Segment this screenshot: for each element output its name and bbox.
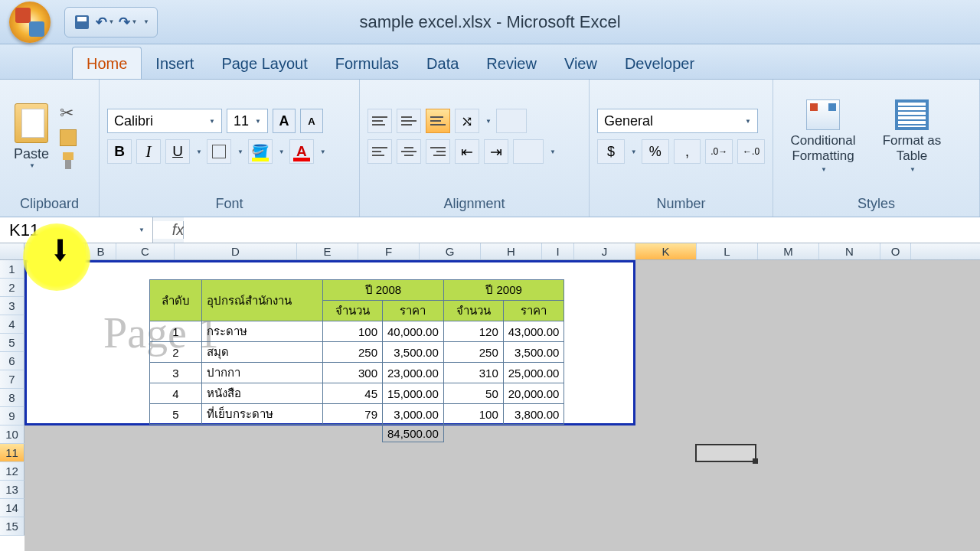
worksheet-grid[interactable]: ABCDEFGHIJKLMNO 123456789101112131415 Pa…	[0, 243, 980, 551]
underline-button[interactable]: U	[165, 139, 190, 164]
format-as-table-icon	[895, 99, 929, 130]
tab-home[interactable]: Home	[72, 47, 142, 79]
ribbon-tabs: HomeInsertPage LayoutFormulasDataReviewV…	[0, 44, 980, 80]
borders-button[interactable]	[207, 139, 231, 164]
percent-button[interactable]: %	[642, 139, 669, 164]
format-painter-button[interactable]	[60, 152, 77, 169]
table-row: 3ปากกา30023,000.0031025,000.00	[150, 363, 564, 383]
number-format-combo[interactable]: General▼	[597, 109, 758, 133]
fx-button[interactable]: fx	[153, 221, 184, 239]
row-header-6[interactable]: 6	[0, 352, 24, 370]
col-header-C[interactable]: C	[116, 243, 175, 259]
col-header-G[interactable]: G	[420, 243, 481, 259]
row-header-9[interactable]: 9	[0, 407, 24, 425]
row-header-4[interactable]: 4	[0, 315, 24, 334]
font-size-combo[interactable]: 11▼	[227, 109, 268, 133]
th-seq: ลำดับ	[150, 280, 202, 321]
paste-button[interactable]: Paste ▼	[8, 103, 55, 169]
bold-button[interactable]: B	[107, 139, 132, 164]
undo-button[interactable]: ↶▼	[96, 13, 114, 31]
decrease-indent-button[interactable]: ⇤	[455, 139, 479, 164]
col-header-N[interactable]: N	[819, 243, 880, 259]
row-header-11[interactable]: 11	[0, 444, 24, 462]
align-left-button[interactable]	[368, 139, 392, 164]
merge-center-button[interactable]	[513, 139, 544, 164]
col-header-M[interactable]: M	[758, 243, 819, 259]
row-header-13[interactable]: 13	[0, 481, 24, 499]
cell-selection	[695, 444, 756, 462]
row-header-15[interactable]: 15	[0, 517, 24, 536]
fill-color-button[interactable]: 🪣	[248, 139, 273, 164]
font-name-combo[interactable]: Calibri▼	[107, 109, 222, 133]
th-item: อุปกรณ์สำนักงาน	[202, 280, 323, 321]
table-row: 4หนังสือ4515,000.005020,000.00	[150, 383, 564, 404]
save-button[interactable]	[73, 13, 91, 31]
align-center-button[interactable]	[397, 139, 421, 164]
tab-view[interactable]: View	[550, 47, 611, 79]
col-header-L[interactable]: L	[697, 243, 758, 259]
conditional-formatting-button[interactable]: Conditional Formatting▼	[781, 99, 865, 173]
number-group: General▼ $▼ % , .0→ ←.0 Number	[590, 80, 773, 217]
increase-decimal-button[interactable]: .0→	[705, 139, 733, 164]
decrease-decimal-button[interactable]: ←.0	[737, 139, 765, 164]
redo-button[interactable]: ↷▼	[119, 13, 137, 31]
row-header-8[interactable]: 8	[0, 389, 24, 407]
styles-group: Conditional Formatting▼ Format as Table▼…	[773, 80, 980, 217]
paste-icon	[15, 103, 48, 143]
col-header-F[interactable]: F	[358, 243, 420, 259]
col-header-E[interactable]: E	[297, 243, 358, 259]
redo-icon: ↷	[119, 14, 130, 31]
row-header-1[interactable]: 1	[0, 260, 24, 279]
col-header-H[interactable]: H	[481, 243, 542, 259]
col-header-D[interactable]: D	[175, 243, 297, 259]
select-all-corner[interactable]	[0, 243, 24, 259]
cut-button[interactable]: ✂	[60, 103, 77, 123]
table-row: 5ที่เย็บกระดาษ793,000.001003,800.00	[150, 404, 564, 425]
office-button[interactable]	[9, 2, 51, 43]
tab-insert[interactable]: Insert	[142, 47, 207, 79]
data-table: ลำดับ อุปกรณ์สำนักงาน ปี 2008 ปี 2009 จำ…	[149, 279, 564, 442]
col-header-J[interactable]: J	[574, 243, 635, 259]
title-bar: ↶▼ ↷▼ ▼ sample excel.xlsx - Microsoft Ex…	[0, 0, 980, 44]
tab-review[interactable]: Review	[472, 47, 550, 79]
wrap-text-button[interactable]	[496, 109, 527, 133]
increase-indent-button[interactable]: ⇥	[484, 139, 508, 164]
row-header-7[interactable]: 7	[0, 370, 24, 389]
format-as-table-button[interactable]: Format as Table▼	[870, 99, 954, 173]
formula-input[interactable]	[184, 217, 980, 243]
font-color-button[interactable]: A	[289, 139, 314, 164]
tab-page-layout[interactable]: Page Layout	[207, 47, 321, 79]
shrink-font-button[interactable]: A	[300, 109, 323, 133]
col-header-O[interactable]: O	[880, 243, 911, 259]
italic-button[interactable]: I	[136, 139, 161, 164]
align-right-button[interactable]	[426, 139, 450, 164]
tab-data[interactable]: Data	[413, 47, 472, 79]
tab-developer[interactable]: Developer	[611, 47, 708, 79]
row-header-14[interactable]: 14	[0, 499, 24, 517]
row-header-5[interactable]: 5	[0, 334, 24, 352]
col-header-B[interactable]: B	[86, 243, 116, 259]
orientation-button[interactable]: ⤭	[455, 109, 479, 133]
col-header-A[interactable]: A	[24, 243, 86, 259]
currency-button[interactable]: $	[597, 139, 625, 164]
th-year2: ปี 2009	[443, 280, 564, 301]
undo-icon: ↶	[96, 14, 107, 31]
table-row: 2สมุด2503,500.002503,500.00	[150, 342, 564, 363]
save-icon	[75, 15, 89, 29]
row-header-10[interactable]: 10	[0, 425, 24, 444]
comma-button[interactable]: ,	[674, 139, 701, 164]
col-header-K[interactable]: K	[635, 243, 697, 259]
top-align-button[interactable]	[368, 109, 392, 133]
copy-button[interactable]	[60, 129, 77, 146]
middle-align-button[interactable]	[397, 109, 421, 133]
row-header-2[interactable]: 2	[0, 279, 24, 297]
page-break-area: Page 1 ลำดับ อุปกรณ์สำนักงาน ปี 2008 ปี …	[24, 260, 635, 425]
bottom-align-button[interactable]	[426, 109, 450, 133]
row-header-12[interactable]: 12	[0, 462, 24, 481]
row-header-3[interactable]: 3	[0, 297, 24, 315]
qat-customize[interactable]: ▼	[143, 18, 149, 25]
grow-font-button[interactable]: A	[273, 109, 296, 133]
col-header-I[interactable]: I	[542, 243, 574, 259]
name-box[interactable]: K11▼	[0, 217, 153, 243]
tab-formulas[interactable]: Formulas	[322, 47, 413, 79]
